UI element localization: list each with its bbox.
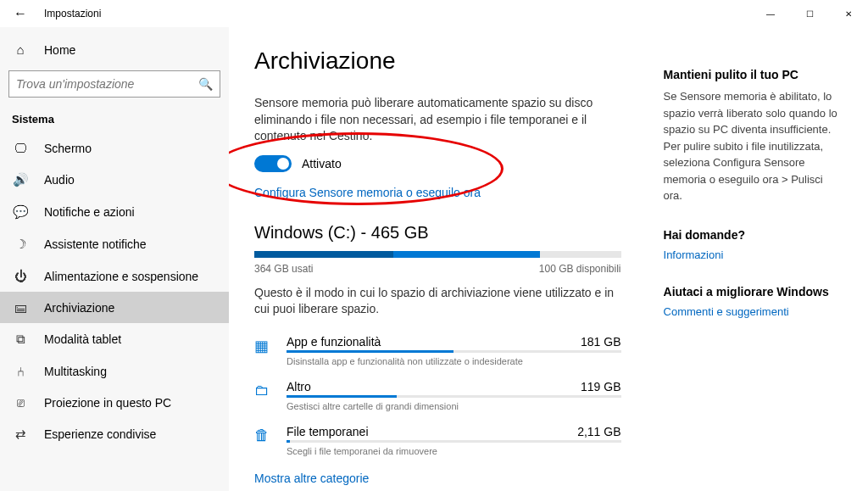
nav-icon: ⏻	[12, 269, 29, 283]
sidebar-item-esperienze-condivise[interactable]: ⇄Esperienze condivise	[0, 418, 229, 450]
category-size: 181 GB	[581, 335, 620, 349]
category-size: 2,11 GB	[577, 425, 620, 438]
sidebar-item-proiezione-in-questo-pc[interactable]: ⎚Proiezione in questo PC	[0, 387, 229, 418]
home-label: Home	[44, 43, 75, 57]
nav-icon: ☽	[12, 237, 29, 252]
nav-label: Schermo	[44, 142, 92, 155]
category-size: 119 GB	[581, 380, 620, 393]
home-nav[interactable]: ⌂ Home	[0, 34, 229, 65]
category-bar	[287, 395, 621, 398]
aside-title-1: Mantieni pulito il tuo PC	[664, 68, 843, 81]
window-title: Impostazioni	[44, 8, 101, 20]
nav-label: Esperienze condivise	[44, 427, 156, 441]
category-sub: Gestisci altre cartelle di grandi dimens…	[287, 401, 621, 411]
feedback-link[interactable]: Commenti e suggerimenti	[664, 305, 843, 318]
home-icon: ⌂	[12, 42, 29, 57]
sidebar-item-audio[interactable]: 🔊Audio	[0, 164, 229, 196]
help-link[interactable]: Informazioni	[664, 248, 843, 261]
close-button[interactable]: ✕	[829, 0, 868, 27]
maximize-button[interactable]: ☐	[790, 0, 829, 27]
sidebar-item-alimentazione-e-sospensione[interactable]: ⏻Alimentazione e sospensione	[0, 260, 229, 292]
category-bar	[287, 440, 621, 443]
nav-icon: 🖴	[12, 300, 29, 315]
storage-sense-toggle[interactable]	[254, 155, 292, 172]
back-button[interactable]: ←	[7, 0, 34, 27]
page-title: Archiviazione	[254, 47, 621, 75]
sidebar-item-assistente-notifiche[interactable]: ☽Assistente notifiche	[0, 228, 229, 260]
nav-label: Archiviazione	[44, 301, 114, 315]
content: Archiviazione Sensore memoria può libera…	[254, 47, 621, 491]
category-sub: Disinstalla app e funzionalità non utili…	[287, 356, 621, 366]
category-icon: 🗑	[254, 425, 273, 444]
drive-usage-bar	[254, 251, 621, 258]
category-label: App e funzionalità	[287, 335, 381, 349]
nav-icon: 🔊	[12, 172, 29, 187]
sidebar-item-modalit-tablet[interactable]: ⧉Modalità tablet	[0, 323, 229, 355]
category-label: Altro	[287, 380, 311, 393]
toggle-state-label: Attivato	[302, 157, 342, 170]
back-icon: ←	[14, 6, 27, 21]
nav-label: Alimentazione e sospensione	[44, 270, 198, 283]
sidebar-item-multitasking[interactable]: ⑃Multitasking	[0, 355, 229, 387]
sidebar: ⌂ Home 🔍 Sistema 🖵Schermo🔊Audio💬Notifich…	[0, 27, 229, 491]
storage-category-altro[interactable]: 🗀Altro119 GBGestisci altre cartelle di g…	[254, 373, 621, 418]
sidebar-section-title: Sistema	[0, 109, 229, 132]
nav-icon: ⎚	[12, 395, 29, 410]
category-bar	[287, 350, 621, 353]
nav-label: Multitasking	[44, 365, 107, 378]
aside-title-2: Hai domande?	[664, 228, 843, 242]
configure-storage-sense-link[interactable]: Configura Sensore memoria o eseguilo ora	[254, 186, 621, 199]
sidebar-item-archiviazione[interactable]: 🖴Archiviazione	[0, 292, 229, 323]
search-input[interactable]	[16, 77, 198, 91]
show-more-categories-link[interactable]: Mostra altre categorie	[254, 471, 621, 485]
nav-icon: ⑃	[12, 364, 29, 378]
storage-category-app-e-funzionalit-[interactable]: ▦App e funzionalità181 GBDisinstalla app…	[254, 328, 621, 373]
search-input-wrapper[interactable]: 🔍	[8, 70, 220, 98]
nav-icon: ⧉	[12, 332, 29, 347]
nav-label: Notifiche e azioni	[44, 205, 135, 219]
search-icon: 🔍	[198, 77, 213, 91]
aside-title-3: Aiutaci a migliorare Windows	[664, 285, 843, 299]
storage-sense-desc: Sensore memoria può liberare automaticam…	[254, 95, 621, 145]
nav-icon: 💬	[12, 204, 29, 220]
free-space-label: 100 GB disponibili	[539, 263, 621, 275]
storage-category-file-temporanei[interactable]: 🗑File temporanei2,11 GBScegli i file tem…	[254, 418, 621, 463]
drive-desc: Questo è il modo in cui lo spazio di arc…	[254, 285, 621, 318]
nav-icon: ⇄	[12, 427, 29, 442]
nav-label: Audio	[44, 173, 75, 187]
aside: Mantieni pulito il tuo PC Se Sensore mem…	[664, 47, 843, 491]
nav-label: Proiezione in questo PC	[44, 396, 171, 410]
nav-label: Modalità tablet	[44, 332, 121, 346]
sidebar-item-schermo[interactable]: 🖵Schermo	[0, 132, 229, 164]
category-icon: 🗀	[254, 380, 273, 399]
aside-text-1: Se Sensore memoria è abilitato, lo spazi…	[664, 88, 843, 204]
category-icon: ▦	[254, 335, 273, 355]
drive-title: Windows (C:) - 465 GB	[254, 223, 621, 243]
used-space-label: 364 GB usati	[254, 263, 313, 275]
sidebar-item-notifiche-e-azioni[interactable]: 💬Notifiche e azioni	[0, 196, 229, 228]
category-sub: Scegli i file temporanei da rimuovere	[287, 446, 621, 456]
category-label: File temporanei	[287, 425, 369, 438]
nav-icon: 🖵	[12, 141, 29, 155]
titlebar: ← Impostazioni — ☐ ✕	[0, 0, 868, 27]
minimize-button[interactable]: —	[751, 0, 790, 27]
nav-label: Assistente notifiche	[44, 237, 147, 251]
